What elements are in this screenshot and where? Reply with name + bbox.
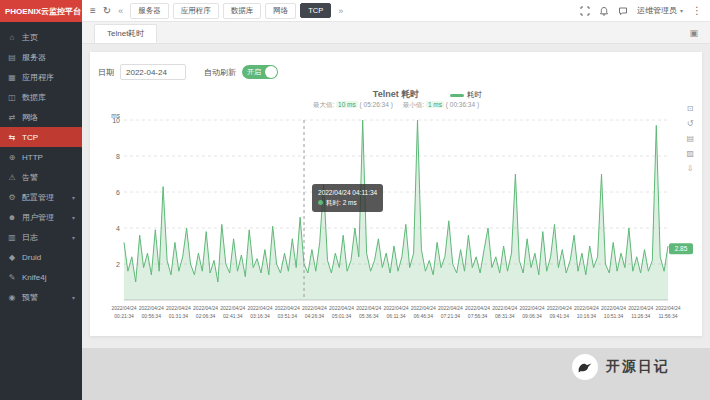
tooltip-datetime: 2022/04/24 04:11:34 bbox=[318, 188, 377, 198]
chevron-down-icon: ▾ bbox=[72, 194, 75, 201]
tcp-icon: ⇆ bbox=[7, 133, 17, 142]
x-tick-date: 2022/04/24 bbox=[356, 305, 381, 311]
x-tick-date: 2022/04/24 bbox=[139, 305, 164, 311]
bell-icon[interactable] bbox=[599, 6, 609, 16]
x-tick-time: 04:26:34 bbox=[305, 313, 325, 319]
database-icon: ◫ bbox=[7, 93, 17, 102]
tab-scroll-right-icon[interactable]: » bbox=[338, 6, 343, 16]
hamburger-icon[interactable]: ≡ bbox=[90, 6, 96, 16]
x-tick-date: 2022/04/24 bbox=[519, 305, 544, 311]
sidebar-item-config[interactable]: ⚙配置管理▾ bbox=[0, 187, 82, 207]
min-time: ( 00:36:34 ) bbox=[446, 101, 479, 108]
auto-refresh-toggle[interactable]: 开启 bbox=[242, 65, 278, 79]
sidebar-item-label: TCP bbox=[22, 133, 38, 142]
sidebar-item-http[interactable]: ⊕HTTP bbox=[0, 147, 82, 167]
y-tick-label: 2 bbox=[116, 261, 120, 268]
tooltip-value-row: 耗时: 2 ms bbox=[318, 198, 377, 208]
auto-refresh-label: 自动刷新 bbox=[204, 67, 236, 78]
tab-database[interactable]: 数据库 bbox=[223, 3, 262, 19]
tab-application[interactable]: 应用程序 bbox=[173, 3, 219, 19]
warning-icon: ◉ bbox=[7, 293, 17, 302]
max-value: 10 ms bbox=[336, 101, 358, 108]
chevron-down-icon: ▾ bbox=[680, 7, 683, 14]
http-icon: ⊕ bbox=[7, 153, 17, 162]
x-tick-date: 2022/04/24 bbox=[574, 305, 599, 311]
date-input[interactable] bbox=[120, 64, 186, 80]
tab-tcp[interactable]: TCP bbox=[300, 3, 331, 18]
x-tick-date: 2022/04/24 bbox=[547, 305, 572, 311]
min-label: 最小值: bbox=[403, 101, 424, 108]
fullscreen-icon[interactable] bbox=[580, 6, 590, 16]
alarm-icon: ⚠ bbox=[7, 173, 17, 182]
series-dot-icon bbox=[318, 200, 323, 205]
x-tick-time: 09:06:34 bbox=[522, 313, 542, 319]
chart-subtitle: 最大值: 10 ms ( 05:26:34 ) 最小值: 1 ms ( 00:3… bbox=[98, 101, 694, 110]
tab-network[interactable]: 网络 bbox=[265, 3, 296, 19]
sidebar-item-knife4j[interactable]: ✎Knife4j bbox=[0, 267, 82, 287]
x-tick-time: 05:01:34 bbox=[332, 313, 352, 319]
x-tick-date: 2022/04/24 bbox=[411, 305, 436, 311]
sidebar-item-label: 应用程序 bbox=[22, 72, 54, 83]
x-tick-time: 10:16:34 bbox=[577, 313, 597, 319]
x-tick-time: 05:36:34 bbox=[359, 313, 379, 319]
content: 日期 自动刷新 开启 Telnet 耗时 最大值: 10 ms ( 05:26:… bbox=[82, 44, 710, 400]
date-label: 日期 bbox=[98, 67, 114, 78]
sidebar-item-users[interactable]: ☻用户管理▾ bbox=[0, 207, 82, 227]
max-label: 最大值: bbox=[313, 101, 334, 108]
x-tick-date: 2022/04/24 bbox=[193, 305, 218, 311]
sidebar-item-alarm[interactable]: ⚠告警 bbox=[0, 167, 82, 187]
max-time: ( 05:26:34 ) bbox=[360, 101, 393, 108]
sidebar-item-server[interactable]: ▤服务器 bbox=[0, 47, 82, 67]
toggle-on-label: 开启 bbox=[247, 67, 261, 77]
sidebar-item-logs[interactable]: ▥日志▾ bbox=[0, 227, 82, 247]
chart-area: Telnet 耗时 最大值: 10 ms ( 05:26:34 ) 最小值: 1… bbox=[98, 88, 694, 328]
x-tick-time: 00:21:34 bbox=[114, 313, 134, 319]
subtab-telnet[interactable]: Telnet耗时 bbox=[94, 24, 157, 43]
x-tick-time: 03:51:34 bbox=[277, 313, 297, 319]
x-tick-date: 2022/04/24 bbox=[655, 305, 680, 311]
x-tick-date: 2022/04/24 bbox=[111, 305, 136, 311]
sidebar-item-network[interactable]: ⇄网络 bbox=[0, 107, 82, 127]
x-tick-time: 06:11:34 bbox=[386, 313, 405, 319]
chart-svg: 246810ms2022/04/2400:21:342022/04/2400:5… bbox=[98, 112, 694, 324]
x-tick-date: 2022/04/24 bbox=[302, 305, 327, 311]
x-tick-date: 2022/04/24 bbox=[275, 305, 300, 311]
x-tick-time: 03:16:34 bbox=[250, 313, 270, 319]
x-tick-date: 2022/04/24 bbox=[247, 305, 272, 311]
sidebar-item-label: 配置管理 bbox=[22, 192, 54, 203]
tab-server[interactable]: 服务器 bbox=[130, 3, 169, 19]
sidebar-menu: ⌂主页▤服务器▦应用程序◫数据库⇄网络⇆TCP⊕HTTP⚠告警⚙配置管理▾☻用户… bbox=[0, 22, 82, 307]
x-tick-time: 10:51:34 bbox=[604, 313, 624, 319]
sidebar-item-druid[interactable]: ◆Druid bbox=[0, 247, 82, 267]
chart-title: Telnet 耗时 bbox=[98, 88, 694, 101]
tab-scroll-left-icon[interactable]: « bbox=[118, 6, 123, 16]
app-icon: ▦ bbox=[7, 73, 17, 82]
x-tick-time: 11:56:34 bbox=[658, 313, 677, 319]
tooltip-series-label: 耗时: bbox=[326, 199, 341, 206]
window-icon[interactable]: ▣ bbox=[689, 28, 698, 38]
user-name: 运维管理员 bbox=[637, 5, 677, 16]
sidebar-item-warning[interactable]: ◉预警▾ bbox=[0, 287, 82, 307]
sidebar-item-label: HTTP bbox=[22, 153, 43, 162]
x-tick-time: 07:21:34 bbox=[441, 313, 461, 319]
x-tick-date: 2022/04/24 bbox=[492, 305, 517, 311]
sidebar-item-application[interactable]: ▦应用程序 bbox=[0, 67, 82, 87]
sidebar-item-tcp[interactable]: ⇆TCP bbox=[0, 127, 82, 147]
sidebar-item-label: 日志 bbox=[22, 232, 38, 243]
x-tick-date: 2022/04/24 bbox=[601, 305, 626, 311]
user-menu[interactable]: 运维管理员 ▾ bbox=[637, 5, 683, 16]
watermark: 开源日记 bbox=[572, 354, 670, 380]
min-stat: 最小值: 1 ms ( 00:36:34 ) bbox=[403, 101, 479, 110]
app-logo: PHOENIX云监控平台 bbox=[0, 0, 82, 22]
sidebar: PHOENIX云监控平台 ⌂主页▤服务器▦应用程序◫数据库⇄网络⇆TCP⊕HTT… bbox=[0, 0, 82, 400]
refresh-icon[interactable]: ↻ bbox=[103, 6, 111, 16]
sidebar-item-database[interactable]: ◫数据库 bbox=[0, 87, 82, 107]
sidebar-item-label: 主页 bbox=[22, 32, 38, 43]
message-icon[interactable] bbox=[618, 6, 628, 16]
sidebar-item-home[interactable]: ⌂主页 bbox=[0, 27, 82, 47]
chart-legend[interactable]: 耗时 bbox=[450, 90, 482, 100]
more-icon[interactable]: ⋮ bbox=[692, 6, 702, 16]
sidebar-item-label: 数据库 bbox=[22, 92, 46, 103]
x-tick-time: 08:31:34 bbox=[495, 313, 515, 319]
x-tick-time: 11:26:34 bbox=[631, 313, 650, 319]
